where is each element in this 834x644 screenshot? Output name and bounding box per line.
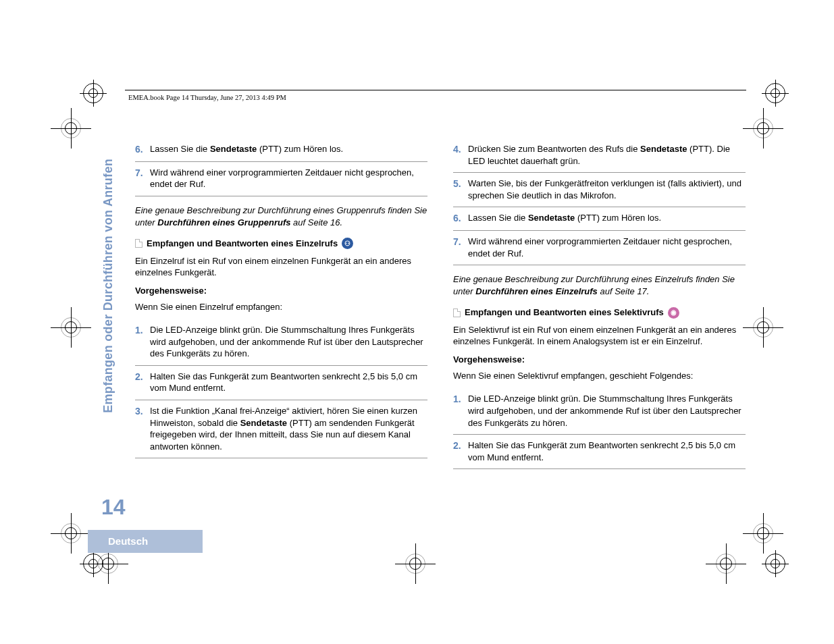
step-number: 7.: [135, 167, 150, 190]
crosshair-icon: [743, 513, 783, 554]
procedure-intro: Wenn Sie einen Selektivruf empfangen, ge…: [453, 370, 746, 382]
crosshair-icon: [51, 307, 91, 348]
right-top-steps: 4.Drücken Sie zum Beantworten des Rufs d…: [453, 138, 746, 265]
left-top-steps: 6.Lassen Sie die Sendetaste (PTT) zum Hö…: [135, 138, 427, 196]
list-item: 2.Halten Sie das Funkgerät zum Beantwort…: [453, 435, 746, 469]
reg-mark-icon: [762, 80, 789, 107]
subheading-text: Empfangen und Beantworten eines Einzelru…: [147, 238, 338, 250]
list-item: 1.Die LED-Anzeige blinkt grün. Die Stumm…: [135, 319, 427, 366]
step-text: Die LED-Anzeige blinkt grün. Die Stummsc…: [468, 393, 746, 429]
left-column: 6.Lassen Sie die Sendetaste (PTT) zum Hö…: [135, 138, 427, 469]
list-item: 2.Halten Sie das Funkgerät zum Beantwort…: [135, 366, 427, 400]
badge-blue-icon: ⚇: [342, 238, 353, 249]
subheading-text: Empfangen und Beantworten eines Selektiv…: [465, 306, 664, 319]
page-number: 14: [101, 495, 126, 520]
step-text: Halten Sie das Funkgerät zum Beantworten…: [468, 439, 746, 463]
right-steps: 1.Die LED-Anzeige blinkt grün. Die Stumm…: [453, 388, 746, 469]
page-frame: EMEA.book Page 14 Thursday, June 27, 201…: [88, 71, 746, 564]
list-item: 6.Lassen Sie die Sendetaste (PTT) zum Hö…: [135, 138, 427, 162]
step-text: Drücken Sie zum Beantworten des Rufs die…: [468, 143, 746, 167]
note-text: Eine genaue Beschreibung zur Durchführun…: [453, 273, 746, 297]
section-title-vertical: Empfangen oder Durchführen von Anrufen: [101, 159, 115, 413]
reg-mark-icon: [762, 550, 789, 577]
crosshair-icon: [743, 307, 783, 348]
content-columns: 6.Lassen Sie die Sendetaste (PTT) zum Hö…: [135, 138, 746, 469]
step-text: Wird während einer vorprogrammierten Zei…: [150, 167, 427, 190]
header-rule: [125, 90, 746, 90]
subheading-einzelruf: Empfangen und Beantworten eines Einzelru…: [135, 238, 427, 250]
list-item: 5.Warten Sie, bis der Funkgerätfreiton v…: [453, 173, 746, 207]
step-number: 1.: [453, 393, 468, 429]
list-item: 4.Drücken Sie zum Beantworten des Rufs d…: [453, 138, 746, 173]
list-item: 3.Ist die Funktion „Kanal frei-Anzeige“ …: [135, 400, 427, 458]
intro-text: Ein Einzelruf ist ein Ruf von einem einz…: [135, 255, 427, 279]
step-text: Wird während einer vorprogrammierten Zei…: [468, 236, 746, 259]
language-footer: Deutsch: [88, 530, 203, 553]
step-number: 4.: [453, 143, 468, 167]
list-item: 6.Lassen Sie die Sendetaste (PTT) zum Hö…: [453, 207, 746, 231]
step-text: Lassen Sie die Sendetaste (PTT) zum Höre…: [150, 143, 427, 156]
list-item: 1.Die LED-Anzeige blinkt grün. Die Stumm…: [453, 388, 746, 435]
list-item: 7.Wird während einer vorprogrammierten Z…: [135, 162, 427, 196]
procedure-intro: Wenn Sie einen Einzelruf empfangen:: [135, 301, 427, 313]
step-text: Halten Sie das Funkgerät zum Beantworten…: [150, 371, 427, 394]
note-text: Eine genaue Beschreibung zur Durchführun…: [135, 205, 427, 228]
right-column: 4.Drücken Sie zum Beantworten des Rufs d…: [453, 138, 746, 469]
crosshair-icon: [743, 108, 783, 149]
procedure-label: Vorgehensweise:: [453, 354, 746, 365]
subheading-selektivruf: Empfangen und Beantworten eines Selektiv…: [453, 306, 746, 319]
step-number: 2.: [453, 439, 468, 463]
step-number: 1.: [135, 324, 150, 360]
step-number: 7.: [453, 236, 468, 259]
left-steps: 1.Die LED-Anzeige blinkt grün. Die Stumm…: [135, 319, 427, 458]
document-icon: [135, 239, 142, 248]
step-number: 6.: [453, 212, 468, 225]
step-number: 2.: [135, 371, 150, 394]
step-text: Lassen Sie die Sendetaste (PTT) zum Höre…: [468, 212, 746, 225]
step-number: 5.: [453, 178, 468, 201]
procedure-label: Vorgehensweise:: [135, 286, 427, 296]
header-text: EMEA.book Page 14 Thursday, June 27, 201…: [128, 94, 286, 101]
step-number: 6.: [135, 143, 150, 156]
crosshair-icon: [51, 108, 91, 149]
intro-text: Ein Selektivruf ist ein Ruf von einem ei…: [453, 324, 746, 348]
list-item: 7.Wird während einer vorprogrammierten Z…: [453, 231, 746, 265]
step-text: Die LED-Anzeige blinkt grün. Die Stummsc…: [150, 324, 427, 360]
step-text: Warten Sie, bis der Funkgerätfreiton ver…: [468, 178, 746, 201]
badge-pink-icon: ◉: [668, 307, 679, 319]
crosshair-icon: [51, 513, 91, 554]
document-icon: [453, 308, 461, 317]
step-text: Ist die Funktion „Kanal frei-Anzeige“ ak…: [150, 405, 427, 452]
step-number: 3.: [135, 405, 150, 452]
